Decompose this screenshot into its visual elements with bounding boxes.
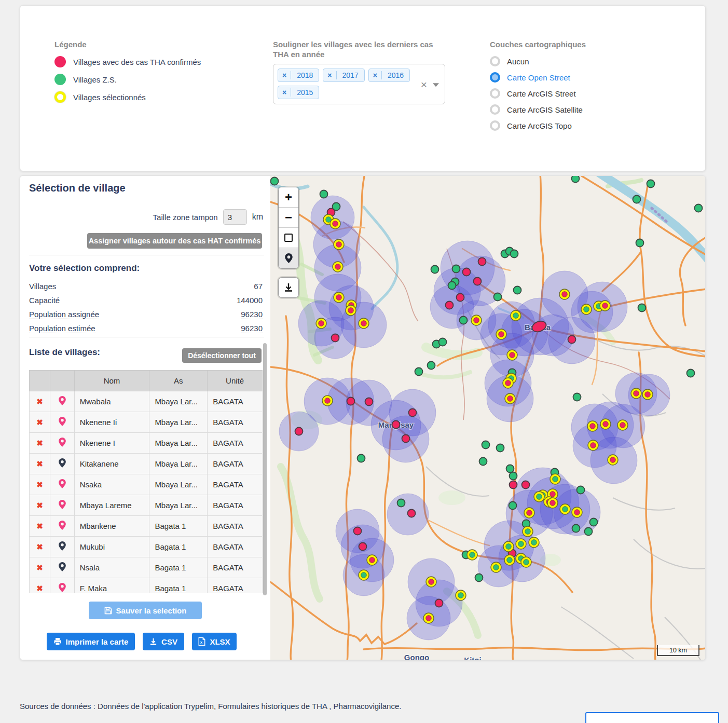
selected-tha-village-marker-center[interactable] (590, 424, 596, 429)
village-pin-icon[interactable] (59, 419, 66, 428)
selected-zs-village-marker-center[interactable] (562, 507, 568, 512)
zs-village-marker[interactable] (585, 528, 593, 536)
selected-tha-village-marker-center[interactable] (361, 321, 367, 326)
remove-year-icon[interactable]: × (369, 71, 382, 79)
year-chip[interactable]: ×2018 (278, 69, 319, 82)
table-scrollbar[interactable] (263, 343, 267, 595)
selected-tha-village-marker-center[interactable] (590, 443, 596, 448)
buffer-size-input[interactable] (223, 209, 247, 225)
tha-village-marker[interactable] (402, 435, 410, 443)
selected-tha-village-marker-center[interactable] (319, 321, 324, 326)
selected-tha-village-marker-center[interactable] (610, 457, 616, 463)
selected-zs-village-marker-center[interactable] (537, 494, 542, 500)
selected-tha-village-marker-center[interactable] (333, 221, 338, 227)
bottom-right-panel-partial[interactable] (585, 712, 719, 723)
tha-village-marker[interactable] (392, 421, 400, 429)
radio-icon[interactable] (490, 104, 500, 115)
clear-all-years-icon[interactable]: × (421, 78, 427, 89)
zs-village-marker[interactable] (687, 370, 695, 377)
tha-village-marker[interactable] (354, 527, 362, 535)
zs-village-marker[interactable] (636, 239, 644, 247)
selected-tha-village-marker-center[interactable] (426, 616, 432, 621)
selected-tha-village-marker-center[interactable] (634, 391, 639, 397)
locate-village-cell[interactable] (50, 474, 74, 495)
layer-option-aucun[interactable]: Aucun (490, 56, 586, 66)
zs-village-marker[interactable] (497, 444, 504, 452)
tha-village-marker[interactable] (457, 294, 464, 302)
selected-tha-village-marker-center[interactable] (335, 264, 341, 270)
village-pin-icon[interactable] (59, 481, 66, 490)
year-chip[interactable]: ×2017 (323, 69, 364, 82)
selected-zs-village-marker-center[interactable] (531, 540, 537, 545)
selected-tha-village-marker-center[interactable] (603, 421, 609, 427)
stat-value[interactable]: 96230 (241, 310, 263, 319)
tha-village-marker[interactable] (522, 481, 530, 489)
remove-year-icon[interactable]: × (278, 71, 291, 79)
zs-village-marker[interactable] (320, 190, 328, 198)
tha-village-marker[interactable] (295, 428, 303, 435)
locate-village-cell[interactable] (50, 391, 74, 412)
remove-village-icon[interactable]: ✖ (36, 459, 43, 468)
selected-tha-village-marker-center[interactable] (602, 303, 608, 309)
layer-option-carte-arcgis-street[interactable]: Carte ArcGIS Street (490, 88, 586, 99)
zs-village-marker[interactable] (494, 293, 502, 301)
zs-village-marker[interactable] (475, 574, 483, 582)
map-download-button[interactable] (278, 277, 299, 298)
remove-village-icon[interactable]: ✖ (36, 480, 43, 489)
remove-village-cell[interactable]: ✖ (30, 454, 50, 474)
zoom-in-button[interactable]: + (279, 187, 298, 208)
marker-tool-button[interactable] (279, 248, 298, 268)
map-canvas[interactable]: BagataMangisayGongoKitoi + − 10 km (270, 176, 706, 660)
zs-village-marker[interactable] (482, 441, 490, 449)
remove-village-cell[interactable]: ✖ (30, 578, 50, 594)
remove-village-cell[interactable]: ✖ (30, 391, 50, 412)
chevron-down-icon[interactable] (433, 83, 439, 87)
box-select-button[interactable] (279, 228, 298, 248)
zs-village-marker[interactable] (448, 282, 456, 290)
selected-zs-village-marker-center[interactable] (553, 476, 558, 482)
locate-village-cell[interactable] (50, 557, 74, 578)
selected-tha-village-marker-center[interactable] (510, 352, 515, 358)
remove-village-cell[interactable]: ✖ (30, 412, 50, 433)
layer-option-carte-open-street[interactable]: Carte Open Street (490, 72, 586, 83)
zs-village-marker[interactable] (439, 338, 447, 346)
zs-village-marker[interactable] (633, 196, 641, 203)
download-csv-button[interactable]: CSV (143, 633, 184, 650)
locate-village-cell[interactable] (50, 495, 74, 516)
zs-village-marker[interactable] (511, 250, 518, 258)
selected-zs-village-marker-center[interactable] (507, 557, 513, 563)
zs-village-marker[interactable] (695, 204, 703, 212)
selected-tha-village-marker-center[interactable] (336, 242, 342, 248)
village-pin-icon[interactable] (59, 523, 66, 531)
village-pin-icon[interactable] (59, 564, 66, 573)
zs-village-marker[interactable] (271, 178, 279, 185)
tha-village-marker[interactable] (347, 398, 355, 405)
selected-tha-village-marker-center[interactable] (348, 308, 354, 313)
locate-village-cell[interactable] (50, 454, 74, 474)
selected-tha-village-marker-center[interactable] (429, 579, 434, 585)
stat-row[interactable]: Population assignée96230 (29, 307, 263, 321)
year-multiselect[interactable]: ×2018×2017×2016×2015 × (273, 64, 445, 104)
village-pin-icon[interactable] (59, 460, 66, 469)
print-map-button[interactable]: Imprimer la carte (47, 633, 135, 650)
zs-village-marker[interactable] (514, 287, 521, 294)
remove-year-icon[interactable]: × (323, 71, 336, 79)
locate-village-cell[interactable] (50, 412, 74, 433)
selected-tha-village-marker-center[interactable] (369, 557, 375, 563)
remove-village-icon[interactable]: ✖ (36, 439, 43, 447)
locate-village-cell[interactable] (50, 578, 74, 594)
selected-zs-village-marker-center[interactable] (458, 593, 464, 598)
stat-value[interactable]: 96230 (241, 324, 263, 333)
remove-village-cell[interactable]: ✖ (30, 557, 50, 578)
tha-village-marker[interactable] (463, 268, 471, 276)
selected-tha-village-marker-center[interactable] (550, 492, 556, 497)
zs-village-marker[interactable] (460, 317, 468, 324)
tha-village-marker[interactable] (409, 409, 417, 417)
selected-zs-village-marker-center[interactable] (525, 529, 531, 535)
village-pin-icon[interactable] (59, 543, 66, 552)
zs-village-marker[interactable] (647, 180, 655, 188)
remove-village-cell[interactable]: ✖ (30, 474, 50, 495)
tha-village-marker[interactable] (474, 278, 482, 285)
year-chip[interactable]: ×2016 (368, 69, 410, 82)
zoom-out-button[interactable]: − (279, 208, 298, 228)
